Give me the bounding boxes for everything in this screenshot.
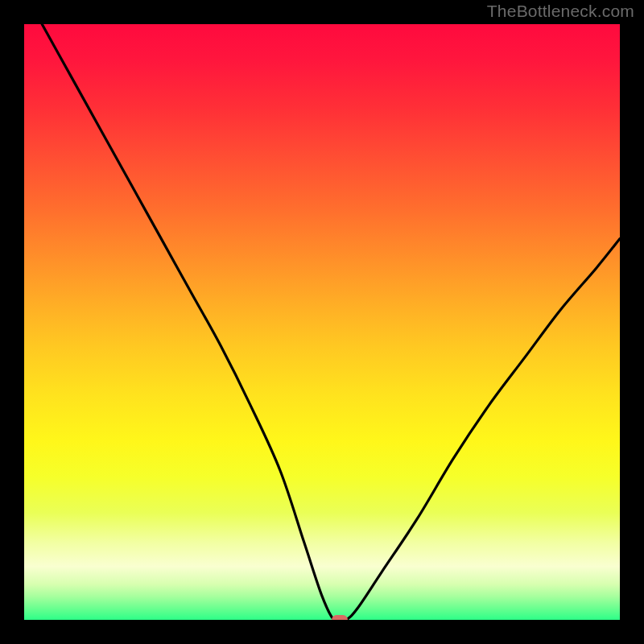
bottleneck-curve (24, 24, 620, 620)
plot-area (24, 24, 620, 620)
optimal-point-marker (332, 615, 348, 620)
chart-frame: TheBottleneck.com (0, 0, 644, 644)
watermark-text: TheBottleneck.com (487, 2, 634, 21)
